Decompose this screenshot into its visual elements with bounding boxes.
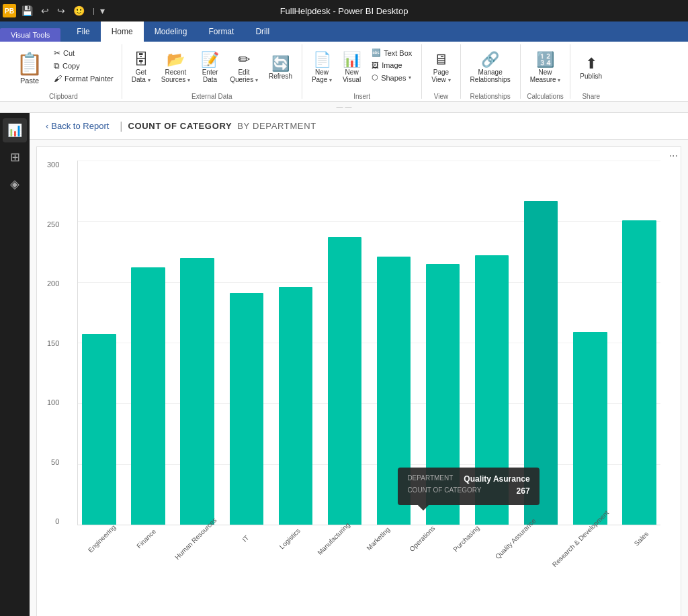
left-sidebar: 📊 ⊞ ◈ [0,113,30,616]
x-label-col: Manufacturing [309,529,353,543]
sidebar-data-icon[interactable]: ⊞ [3,145,27,169]
new-page-button[interactable]: 📄 NewPage ▾ [308,47,336,89]
tab-modeling[interactable]: Modeling [144,21,198,42]
bar-col[interactable] [127,161,169,525]
bar[interactable] [475,255,509,525]
cut-item[interactable]: ✂ Cut [51,47,116,59]
refresh-icon: 🔄 [271,56,290,71]
edit-queries-button[interactable]: ✏ EditQueries ▾ [226,47,262,89]
ribbon-collapse-handle[interactable]: — — [0,102,688,113]
x-label-col: IT [221,529,265,543]
y-label: 200 [47,279,59,288]
y-axis: 050100150200250300 [47,161,59,525]
new-visual-button[interactable]: 📊 NewVisual [339,47,365,89]
new-visual-icon: 📊 [343,52,361,67]
publish-button[interactable]: ⬆ Publish [576,47,606,89]
text-box-button[interactable]: 🔤 Text Box [368,47,416,58]
view-group: 🖥 PageView ▾ View [422,44,460,99]
back-to-report-button[interactable]: ‹ Back to Report [40,118,114,134]
view-content: 🖥 PageView ▾ [427,47,454,89]
y-label: 50 [51,458,59,466]
external-data-group: 🗄 GetData ▾ 📂 RecentSources ▾ 📝 EnterDat… [122,44,302,99]
bar-col[interactable] [372,161,415,525]
recent-sources-button[interactable]: 📂 RecentSources ▾ [157,47,194,89]
image-button[interactable]: 🖼 Image [368,60,416,71]
y-label: 300 [47,161,59,169]
sidebar-report-icon[interactable]: 📊 [3,118,27,142]
bar-col[interactable] [422,161,464,525]
redo-btn[interactable]: ↪ [54,4,68,17]
breadcrumb-title: COUNT OF CATEGORY [128,121,232,131]
new-measure-button[interactable]: 🔢 NewMeasure ▾ [526,47,565,89]
scissors-icon: ✂ [54,48,60,58]
get-data-icon: 🗄 [134,52,148,67]
enter-data-icon: 📝 [201,52,219,67]
chart-inner: 050100150200250300 EngineeringFinanceHum… [77,161,660,579]
bar[interactable] [573,332,607,525]
y-label: 100 [47,398,59,406]
shapes-icon: ⬡ [372,73,378,82]
x-label-col: Research & Development [540,529,616,543]
save-quick-btn[interactable]: 💾 [19,4,36,17]
bar-col[interactable] [78,161,120,525]
bar[interactable] [524,201,558,525]
shapes-button[interactable]: ⬡ Shapes ▾ [368,72,416,83]
bar[interactable] [82,334,116,525]
get-data-button[interactable]: 🗄 GetData ▾ [128,47,155,89]
bar-col[interactable] [274,161,316,525]
bar[interactable] [328,237,361,525]
x-label-col: Sales [616,529,660,543]
enter-data-button[interactable]: 📝 EnterData [197,47,223,89]
tab-home[interactable]: Home [101,21,144,42]
image-icon: 🖼 [372,61,379,69]
page-view-button[interactable]: 🖥 PageView ▾ [427,47,454,89]
bar-col[interactable] [176,161,218,525]
bar-col[interactable] [225,161,267,525]
tab-format[interactable]: Format [198,21,245,42]
painter-icon: 🖌 [54,74,62,83]
x-label: Logistics [278,527,302,550]
bar[interactable] [131,267,165,525]
bar[interactable] [180,258,214,525]
dropdown-btn[interactable]: ▾ [97,4,108,17]
bars-area [77,161,660,525]
bar[interactable] [279,287,312,525]
x-axis: EngineeringFinanceHuman ResourcesITLogis… [77,525,660,579]
divider: | [90,7,95,15]
undo-btn[interactable]: ↩ [38,4,52,17]
smiley-btn[interactable]: 🙂 [71,4,87,17]
x-label-col: Logistics [265,529,310,543]
new-measure-icon: 🔢 [536,52,554,67]
bar[interactable] [622,220,656,525]
format-painter-item[interactable]: 🖌 Format Painter [51,73,116,85]
sidebar-model-icon[interactable]: ◈ [3,172,27,196]
bar[interactable] [377,257,411,525]
content-area: ‹ Back to Report | COUNT OF CATEGORY BY … [30,113,688,616]
bar-col[interactable] [618,161,660,525]
tab-file[interactable]: File [66,21,100,42]
x-label: Manufacturing [316,521,352,557]
bar[interactable] [426,264,460,525]
paste-button[interactable]: 📋 Paste [11,47,48,89]
refresh-button[interactable]: 🔄 Refresh [265,47,296,89]
app-icon: PB [3,4,16,17]
share-group: ⬆ Publish Share [570,44,611,99]
copy-item[interactable]: ⧉ Copy [51,60,116,72]
share-content: ⬆ Publish [576,47,606,89]
bar-col[interactable] [569,161,611,525]
tab-drill[interactable]: Drill [245,21,280,42]
bar-col[interactable] [471,161,513,525]
manage-relationships-button[interactable]: 🔗 ManageRelationships [466,47,515,89]
breadcrumb-divider: | [120,120,122,132]
insert-group: 📄 NewPage ▾ 📊 NewVisual 🔤 Text Box 🖼 Ima… [302,44,422,99]
bar-col[interactable] [520,161,562,525]
ribbon-tabs: Visual Tools File Home Modeling Format D… [0,21,688,42]
title-bar-left: PB 💾 ↩ ↪ 🙂 | ▾ [0,4,108,17]
bar-col[interactable] [323,161,366,525]
bar[interactable] [230,293,263,525]
copy-icon: ⧉ [54,61,60,71]
more-options-icon[interactable]: ··· [666,147,681,165]
new-page-icon: 📄 [313,52,331,67]
calculations-group: 🔢 NewMeasure ▾ Calculations [521,44,571,99]
x-label: Finance [135,527,157,549]
